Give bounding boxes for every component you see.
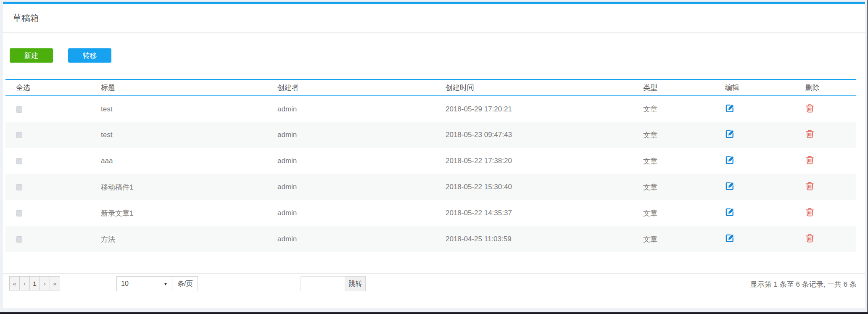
creator-cell: admin <box>277 96 446 122</box>
per-page-label: 条/页 <box>172 276 198 291</box>
draft-title-cell: test <box>101 122 277 148</box>
draft-title-cell: test <box>101 96 277 122</box>
table-header-row: 全选 标题 创建者 创建时间 类型 编辑 删除 <box>5 79 856 96</box>
edit-button[interactable] <box>725 181 735 191</box>
column-header-delete: 删除 <box>805 79 856 96</box>
type-cell: 文章 <box>643 174 725 200</box>
edit-pencil-square-icon <box>725 160 735 166</box>
type-cell: 文章 <box>643 148 725 174</box>
chevron-down-icon: ▼ <box>164 282 168 286</box>
column-header-created-time: 创建时间 <box>446 79 643 96</box>
jump-button[interactable]: 跳转 <box>345 276 366 291</box>
trash-icon <box>805 238 814 244</box>
edit-pencil-square-icon <box>725 108 735 114</box>
delete-button[interactable] <box>805 207 814 217</box>
delete-button[interactable] <box>805 103 814 113</box>
trash-icon <box>805 134 814 140</box>
drafts-table: 全选 标题 创建者 创建时间 类型 编辑 删除 test admin 2018-… <box>5 79 856 252</box>
new-button[interactable]: 新建 <box>10 48 53 63</box>
created-time-cell: 2018-05-22 17:38:20 <box>446 148 643 174</box>
table-row: test admin 2018-05-29 17:20:21 文章 <box>5 96 856 122</box>
toolbar: 新建 转移 <box>10 48 865 63</box>
draft-box-panel: 草稿箱 新建 转移 全选 标题 创建者 创建时间 类型 编辑 删除 <box>3 2 865 308</box>
prev-page-button[interactable]: ‹ <box>19 276 30 290</box>
table-body: test admin 2018-05-29 17:20:21 文章 <box>5 96 856 252</box>
drafts-table-wrap: 全选 标题 创建者 创建时间 类型 编辑 删除 test admin 2018-… <box>5 79 856 252</box>
edit-pencil-square-icon <box>725 212 735 218</box>
page-header: 草稿箱 <box>3 4 865 33</box>
transfer-button[interactable]: 转移 <box>68 48 111 63</box>
created-time-cell: 2018-05-22 15:30:40 <box>446 174 643 200</box>
trash-icon <box>805 186 814 192</box>
row-checkbox[interactable] <box>16 106 22 113</box>
creator-cell: admin <box>277 200 446 226</box>
row-checkbox[interactable] <box>16 184 22 190</box>
delete-button[interactable] <box>805 155 814 165</box>
draft-title-cell: aaa <box>101 148 277 174</box>
page-size-select[interactable]: 10 ▼ <box>116 276 172 291</box>
trash-icon <box>805 160 814 166</box>
column-header-edit: 编辑 <box>725 79 805 96</box>
table-row: 新录文章1 admin 2018-05-22 14:35:37 文章 <box>5 200 856 226</box>
window-bottom-border <box>0 312 868 314</box>
page-number-button[interactable]: 1 <box>29 276 40 290</box>
column-header-creator: 创建者 <box>277 79 446 96</box>
table-row: aaa admin 2018-05-22 17:38:20 文章 <box>5 148 856 174</box>
creator-cell: admin <box>277 174 446 200</box>
page-size-group: 10 ▼ 条/页 <box>116 276 198 291</box>
edit-pencil-square-icon <box>725 186 735 192</box>
type-cell: 文章 <box>643 122 725 148</box>
page-title: 草稿箱 <box>13 12 39 24</box>
created-time-cell: 2018-05-29 17:20:21 <box>446 96 643 122</box>
edit-button[interactable] <box>725 129 735 139</box>
page-size-value: 10 <box>121 280 129 288</box>
pagination-bar: « ‹ 1 › » 10 ▼ 条/页 跳转 显示第 1 条至 6 条记录, 一共… <box>3 273 865 307</box>
column-header-select-all: 全选 <box>5 79 101 96</box>
type-cell: 文章 <box>643 200 725 226</box>
row-checkbox[interactable] <box>16 236 22 243</box>
trash-icon <box>805 108 814 114</box>
creator-cell: admin <box>277 122 446 148</box>
delete-button[interactable] <box>805 233 814 243</box>
creator-cell: admin <box>277 226 446 252</box>
type-cell: 文章 <box>643 226 725 252</box>
records-summary: 显示第 1 条至 6 条记录, 一共 6 条 <box>750 280 857 289</box>
row-checkbox[interactable] <box>16 132 22 138</box>
pager-buttons: « ‹ 1 › » <box>9 276 60 290</box>
type-cell: 文章 <box>643 96 725 122</box>
edit-button[interactable] <box>725 207 735 217</box>
column-header-title: 标题 <box>101 79 277 96</box>
row-checkbox[interactable] <box>16 158 22 164</box>
created-time-cell: 2018-05-23 09:47:43 <box>446 122 643 148</box>
jump-page-input[interactable] <box>301 276 345 291</box>
edit-pencil-square-icon <box>725 238 735 244</box>
edit-button[interactable] <box>725 155 735 165</box>
jump-group: 跳转 <box>301 276 366 291</box>
row-checkbox[interactable] <box>16 210 22 216</box>
last-page-button[interactable]: » <box>50 276 60 290</box>
created-time-cell: 2018-05-22 14:35:37 <box>446 200 643 226</box>
table-row: 移动稿件1 admin 2018-05-22 15:30:40 文章 <box>5 174 856 200</box>
first-page-button[interactable]: « <box>9 276 20 290</box>
trash-icon <box>805 212 814 218</box>
table-row: test admin 2018-05-23 09:47:43 文章 <box>5 122 856 148</box>
edit-button[interactable] <box>725 103 735 113</box>
edit-button[interactable] <box>725 233 735 243</box>
draft-title-cell: 移动稿件1 <box>101 174 277 200</box>
delete-button[interactable] <box>805 129 814 139</box>
created-time-cell: 2018-04-25 11:03:59 <box>446 226 643 252</box>
edit-pencil-square-icon <box>725 134 735 140</box>
draft-title-cell: 新录文章1 <box>101 200 277 226</box>
delete-button[interactable] <box>805 181 814 191</box>
creator-cell: admin <box>277 148 446 174</box>
table-row: 方法 admin 2018-04-25 11:03:59 文章 <box>5 226 856 252</box>
draft-title-cell: 方法 <box>101 226 277 252</box>
column-header-type: 类型 <box>643 79 725 96</box>
next-page-button[interactable]: › <box>40 276 50 290</box>
